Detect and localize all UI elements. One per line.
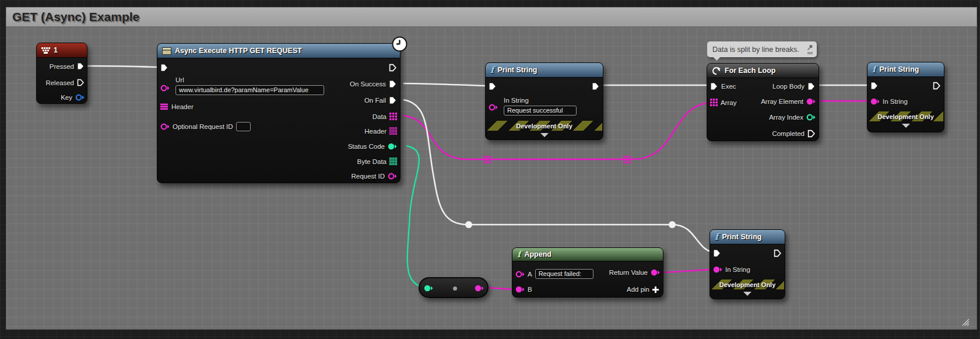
node-append[interactable]: f Append A Request failed: B Return Valu…	[512, 247, 663, 298]
pin-exec-out[interactable]	[933, 82, 941, 90]
pin-exec-in[interactable]	[870, 82, 879, 90]
pin-status-code[interactable]: Status Code	[348, 143, 397, 150]
pin-request-id[interactable]: Request ID	[351, 173, 397, 180]
add-pin-button[interactable]: Add pin	[627, 286, 659, 293]
function-icon: f	[715, 233, 718, 242]
node-header[interactable]: f Append	[512, 248, 663, 261]
string-pin-icon	[160, 123, 170, 130]
blueprint-canvas[interactable]: GET (Async) Example	[0, 0, 980, 339]
pin-array-element[interactable]: Array Element	[761, 98, 816, 105]
node-print-string-3[interactable]: f Print String In String Development Onl…	[709, 229, 785, 299]
int-pin-icon[interactable]	[424, 285, 433, 292]
pin-return-value[interactable]: Return Value	[609, 269, 660, 276]
exec-pin-icon	[807, 130, 816, 138]
pin-completed[interactable]: Completed	[772, 130, 816, 138]
pin-on-success[interactable]: On Success	[350, 80, 397, 88]
exec-pin-icon	[933, 82, 941, 90]
string-pin-icon	[160, 85, 170, 92]
node-print-string-2[interactable]: f Print String In String Development Onl…	[867, 62, 944, 132]
pin-exec-in[interactable]: Exec	[710, 82, 736, 90]
node-conversion-pill[interactable]	[419, 277, 489, 298]
node-async-http-get[interactable]: Async Execute HTTP GET REQUEST Url www.v…	[157, 43, 401, 183]
pin-released[interactable]: Released	[45, 79, 85, 86]
pin-in-string[interactable]: In String	[713, 266, 750, 273]
async-task-icon	[162, 47, 171, 55]
pin-b[interactable]: B	[515, 286, 532, 293]
pin-url[interactable]	[160, 85, 170, 92]
node-title: Print String	[497, 66, 537, 74]
comment-bubble[interactable]: Data is split by line breaks.	[707, 41, 817, 57]
development-only-banner: Development Only	[486, 121, 602, 131]
node-header[interactable]: 1	[37, 43, 87, 58]
function-icon: f	[872, 65, 876, 74]
comment-resize-handle[interactable]	[960, 317, 970, 326]
exec-pin-icon	[713, 249, 721, 257]
int-pin-icon	[806, 114, 816, 121]
node-header[interactable]: f Print String	[486, 63, 603, 78]
node-header[interactable]: f Print String	[867, 62, 944, 77]
expand-advanced-arrow[interactable]	[902, 124, 910, 128]
bubble-pin-icon[interactable]	[807, 44, 813, 51]
node-for-each-loop[interactable]: For Each Loop Exec Array Loop Body Array…	[707, 63, 819, 141]
struct-pin-icon	[75, 94, 85, 101]
array-pin-icon	[389, 158, 397, 165]
pin-header-out[interactable]: Header	[364, 127, 397, 135]
pin-on-fail[interactable]: On Fail	[364, 96, 397, 104]
map-pin-icon	[160, 103, 168, 110]
pin-exec-in[interactable]	[489, 82, 497, 90]
pin-array[interactable]: Array	[710, 99, 736, 106]
string-pin-icon	[388, 173, 397, 180]
pin-exec-out[interactable]	[592, 82, 600, 90]
node-header[interactable]: f Print String	[710, 230, 785, 244]
pin-optional-request-id[interactable]: Optional Request ID	[160, 122, 251, 131]
node-input-key-1[interactable]: 1 Pressed Released Key	[36, 43, 87, 104]
optional-request-id-input[interactable]	[236, 122, 251, 131]
pin-header-in[interactable]: Header	[160, 103, 194, 110]
development-only-banner: Development Only	[868, 111, 943, 121]
pin-in-string[interactable]	[489, 104, 498, 111]
pin-exec-in[interactable]	[160, 64, 168, 72]
string-pin-icon	[515, 286, 525, 293]
node-header[interactable]: For Each Loop	[707, 64, 819, 78]
expand-advanced-arrow[interactable]	[743, 292, 751, 296]
array-pin-icon	[710, 99, 718, 106]
comment-header[interactable]: GET (Async) Example	[6, 7, 977, 27]
pin-data[interactable]: Data	[373, 113, 397, 120]
exec-pin-icon	[77, 79, 85, 86]
string-pin-icon	[489, 104, 498, 111]
plus-icon	[652, 286, 659, 293]
node-print-string-1[interactable]: f Print String In String Request success…	[485, 62, 603, 140]
int-pin-icon	[388, 143, 397, 150]
pin-in-string-group: In String Request successful	[504, 97, 577, 116]
node-title: Append	[524, 250, 552, 258]
pin-array-index[interactable]: Array Index	[769, 114, 816, 121]
pin-exec-out[interactable]	[389, 64, 397, 72]
pin-byte-data[interactable]: Byte Data	[357, 158, 398, 165]
pin-loop-body[interactable]: Loop Body	[772, 82, 816, 90]
pin-pressed[interactable]: Pressed	[50, 62, 85, 70]
pin-in-string[interactable]: In String	[870, 98, 908, 105]
pin-exec-out[interactable]	[774, 249, 782, 257]
pill-dot	[453, 286, 457, 291]
exec-pin-icon	[160, 64, 168, 72]
in-string-input[interactable]: Request successful	[504, 106, 577, 116]
pin-url-label-group: Url www.virtualbird.de?paramName=ParamVa…	[175, 76, 324, 95]
array-pin-icon	[389, 127, 397, 135]
pin-key[interactable]: Key	[61, 94, 85, 101]
node-header[interactable]: Async Execute HTTP GET REQUEST	[157, 44, 400, 58]
expand-advanced-arrow[interactable]	[540, 133, 549, 137]
pin-exec-in[interactable]	[713, 249, 721, 257]
string-pin-icon[interactable]	[475, 285, 484, 292]
pin-a[interactable]: A Request failed:	[515, 269, 593, 279]
node-title: Print String	[722, 233, 761, 241]
exec-pin-icon	[870, 82, 879, 90]
url-input[interactable]: www.virtualbird.de?paramName=ParamValue	[175, 85, 324, 95]
loop-icon	[712, 67, 721, 75]
a-input[interactable]: Request failed:	[535, 269, 593, 279]
exec-pin-icon	[710, 82, 718, 90]
bubble-size-icon	[807, 51, 813, 55]
exec-pin-icon	[389, 64, 397, 72]
exec-pin-icon	[77, 62, 85, 70]
string-pin-icon	[713, 266, 722, 273]
exec-pin-icon	[774, 249, 782, 257]
